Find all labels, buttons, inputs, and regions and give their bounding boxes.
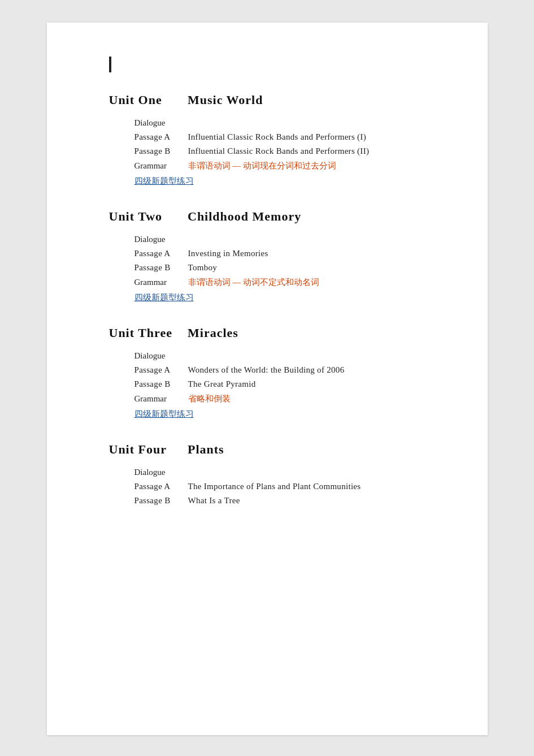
dialogue-row: Dialogue <box>134 234 442 244</box>
passage-row: Passage BInfluential Classic Rock Bands … <box>134 146 442 156</box>
passage-title: Tomboy <box>188 263 218 273</box>
dialogue-label: Dialogue <box>134 468 166 477</box>
page-container: Unit One Music WorldDialoguePassage AInf… <box>47 23 488 735</box>
passage-label: Passage B <box>134 496 188 506</box>
units-container: Unit One Music WorldDialoguePassage AInf… <box>109 93 442 506</box>
unit-label: Unit Two <box>109 209 177 224</box>
grammar-text: 省略和倒装 <box>188 394 231 404</box>
passage-label: Passage A <box>134 482 188 491</box>
grammar-row: Grammar非谓语动词 — 动词现在分词和过去分词 <box>134 161 442 171</box>
dialogue-label: Dialogue <box>134 118 166 127</box>
unit-heading-unit-two: Unit Two Childhood Memory <box>109 209 442 224</box>
dialogue-row: Dialogue <box>134 118 442 128</box>
dialogue-label: Dialogue <box>134 235 166 244</box>
passage-title: Wonders of the World: the Building of 20… <box>188 365 345 375</box>
passage-row: Passage BTomboy <box>134 263 442 273</box>
passage-label: Passage B <box>134 379 188 389</box>
unit-content-unit-three: DialoguePassage AWonders of the World: t… <box>109 351 442 420</box>
unit-content-unit-four: DialoguePassage AThe Importance of Plans… <box>109 467 442 506</box>
dialogue-label: Dialogue <box>134 351 166 360</box>
unit-label: Unit One <box>109 93 177 107</box>
passage-row: Passage BWhat Is a Tree <box>134 496 442 506</box>
unit-heading-unit-three: Unit Three Miracles <box>109 326 442 340</box>
passage-title: What Is a Tree <box>188 496 240 506</box>
grammar-label: Grammar <box>134 278 188 287</box>
exercise-link[interactable]: 四级新题型练习 <box>134 292 442 303</box>
passage-title: Influential Classic Rock Bands and Perfo… <box>188 146 370 156</box>
unit-section-unit-four: Unit Four PlantsDialoguePassage AThe Imp… <box>109 442 442 506</box>
grammar-label: Grammar <box>134 394 188 404</box>
grammar-label: Grammar <box>134 161 188 171</box>
passage-row: Passage AWonders of the World: the Build… <box>134 365 442 375</box>
unit-content-unit-two: DialoguePassage AInvesting in MemoriesPa… <box>109 234 442 303</box>
contents-bar-icon <box>109 57 111 72</box>
passage-row: Passage BThe Great Pyramid <box>134 379 442 389</box>
passage-row: Passage AInvesting in Memories <box>134 249 442 258</box>
passage-row: Passage AThe Importance of Plans and Pla… <box>134 482 442 491</box>
passage-label: Passage A <box>134 365 188 375</box>
unit-label: Unit Three <box>109 326 177 340</box>
passage-label: Passage B <box>134 263 188 273</box>
exercise-link[interactable]: 四级新题型练习 <box>134 176 442 187</box>
passage-label: Passage A <box>134 132 188 142</box>
grammar-text: 非谓语动词 — 动词不定式和动名词 <box>188 277 320 288</box>
unit-section-unit-one: Unit One Music WorldDialoguePassage AInf… <box>109 93 442 187</box>
unit-section-unit-three: Unit Three MiraclesDialoguePassage AWond… <box>109 326 442 420</box>
passage-title: Influential Classic Rock Bands and Perfo… <box>188 132 366 142</box>
grammar-text: 非谓语动词 — 动词现在分词和过去分词 <box>188 161 337 171</box>
unit-heading-unit-four: Unit Four Plants <box>109 442 442 457</box>
passage-label: Passage A <box>134 249 188 258</box>
grammar-row: Grammar非谓语动词 — 动词不定式和动名词 <box>134 277 442 288</box>
unit-heading-unit-one: Unit One Music World <box>109 93 442 107</box>
unit-section-unit-two: Unit Two Childhood MemoryDialoguePassage… <box>109 209 442 303</box>
passage-row: Passage AInfluential Classic Rock Bands … <box>134 132 442 142</box>
passage-title: Investing in Memories <box>188 249 268 258</box>
passage-label: Passage B <box>134 146 188 156</box>
unit-content-unit-one: DialoguePassage AInfluential Classic Roc… <box>109 118 442 187</box>
passage-title: The Great Pyramid <box>188 379 256 389</box>
dialogue-row: Dialogue <box>134 351 442 361</box>
contents-header <box>109 57 442 72</box>
grammar-row: Grammar省略和倒装 <box>134 394 442 404</box>
passage-title: The Importance of Plans and Plant Commun… <box>188 482 361 491</box>
unit-label: Unit Four <box>109 442 177 457</box>
exercise-link[interactable]: 四级新题型练习 <box>134 409 442 420</box>
dialogue-row: Dialogue <box>134 467 442 477</box>
